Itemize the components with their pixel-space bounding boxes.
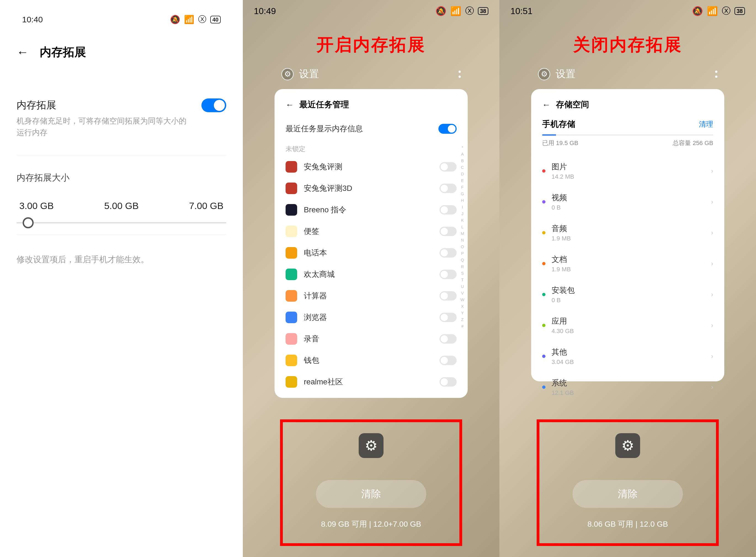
- wifi-icon: 📶: [450, 6, 461, 16]
- app-lock-toggle[interactable]: [440, 291, 457, 300]
- category-name: 音频: [552, 223, 705, 234]
- storage-category-row[interactable]: 图片 14.2 MB ›: [542, 155, 713, 186]
- annotation-title: 关闭内存拓展: [499, 22, 756, 62]
- storage-category-row[interactable]: 音频 1.9 MB ›: [542, 217, 713, 248]
- wifi-icon: 📶: [184, 14, 194, 24]
- app-row[interactable]: Breeno 指令: [286, 199, 457, 221]
- show-memory-toggle[interactable]: [439, 124, 457, 134]
- storage-category-row[interactable]: 其他 3.04 GB ›: [542, 341, 713, 372]
- clear-button[interactable]: 清除: [316, 480, 426, 508]
- alphabet-index[interactable]: *ABCDEFGHIJKLMNOPQRSTUVWXYZ#: [460, 144, 464, 329]
- category-dot-icon: [542, 169, 545, 173]
- dnd-icon: 🔕: [692, 6, 703, 16]
- category-size: 0 B: [552, 297, 705, 304]
- show-memory-toggle-row[interactable]: 最近任务显示内存信息: [286, 119, 457, 139]
- page-title: 内存拓展: [40, 45, 86, 60]
- battery-icon: 38: [478, 7, 488, 15]
- settings-label: 设置: [299, 67, 319, 81]
- category-size: 3.04 GB: [552, 358, 705, 365]
- chevron-right-icon: ›: [711, 198, 713, 206]
- card-header: ← 最近任务管理: [286, 99, 457, 110]
- app-name: 电话本: [304, 247, 433, 258]
- toggle-label: 内存拓展: [17, 98, 188, 112]
- gear-icon[interactable]: ⚙: [538, 68, 550, 80]
- chevron-right-icon: ›: [711, 383, 713, 391]
- size-option-7gb[interactable]: 7.00 GB: [189, 201, 223, 211]
- status-icons: 🔕 📶 ⓧ 38: [436, 5, 488, 17]
- nfc-icon: ⓧ: [722, 5, 731, 17]
- gear-icon[interactable]: ⚙: [359, 433, 384, 458]
- storage-total: 总容量 256 GB: [673, 139, 713, 147]
- app-lock-toggle[interactable]: [440, 248, 457, 258]
- back-arrow-icon[interactable]: ←: [286, 100, 294, 110]
- storage-usage-bar: [542, 134, 713, 136]
- app-name: 安兔兔评测3D: [304, 183, 433, 194]
- app-row[interactable]: 安兔兔评测: [286, 156, 457, 178]
- category-dot-icon: [542, 293, 545, 296]
- recent-tasks-card[interactable]: ← 最近任务管理 最近任务显示内存信息 未锁定 安兔兔评测 安兔兔评测3D Br…: [275, 89, 468, 398]
- app-name: 安兔兔评测: [304, 162, 433, 172]
- app-row[interactable]: 便签: [286, 221, 457, 242]
- category-name: 应用: [552, 316, 705, 326]
- app-row[interactable]: 计算器: [286, 285, 457, 306]
- app-lock-toggle[interactable]: [440, 377, 457, 387]
- storage-category-row[interactable]: 文档 1.9 MB ›: [542, 248, 713, 279]
- cleanup-link[interactable]: 清理: [699, 119, 713, 129]
- memory-extension-toggle[interactable]: [201, 98, 226, 112]
- app-row[interactable]: 钱包: [286, 350, 457, 371]
- app-name: 欢太商城: [304, 269, 433, 280]
- app-lock-toggle[interactable]: [440, 334, 457, 344]
- category-dot-icon: [542, 324, 545, 327]
- category-dot-icon: [542, 385, 545, 389]
- storage-category-row[interactable]: 应用 4.30 GB ›: [542, 310, 713, 341]
- app-lock-toggle[interactable]: [440, 205, 457, 214]
- app-lock-toggle[interactable]: [440, 313, 457, 322]
- storage-card[interactable]: ← 存储空间 手机存储 清理 已用 19.5 GB 总容量 256 GB 图片 …: [531, 89, 724, 381]
- category-name: 安装包: [552, 285, 705, 296]
- slider-thumb[interactable]: [23, 217, 34, 228]
- status-bar: 10:40 🔕 📶 ⓧ 40: [17, 11, 226, 33]
- status-bar: 10:49 🔕 📶 ⓧ 38: [243, 0, 499, 22]
- app-lock-toggle[interactable]: [440, 162, 457, 172]
- category-size: 1.9 MB: [552, 235, 705, 242]
- gear-icon[interactable]: ⚙: [281, 68, 293, 80]
- more-menu[interactable]: [715, 70, 717, 78]
- chevron-right-icon: ›: [711, 167, 713, 175]
- category-dot-icon: [542, 200, 545, 204]
- size-option-3gb[interactable]: 3.00 GB: [19, 201, 54, 211]
- app-icon: [286, 269, 297, 280]
- memory-extension-toggle-row[interactable]: 内存拓展 机身存储充足时，可将存储空间拓展为同等大小的运行内存: [17, 93, 226, 155]
- gear-icon[interactable]: ⚙: [615, 433, 640, 458]
- dnd-icon: 🔕: [170, 14, 180, 24]
- battery-icon: 40: [210, 16, 221, 24]
- app-row[interactable]: 浏览器: [286, 306, 457, 328]
- category-name: 其他: [552, 347, 705, 357]
- nfc-icon: ⓧ: [198, 14, 206, 25]
- app-icon: [286, 161, 297, 173]
- size-option-5gb[interactable]: 5.00 GB: [104, 201, 139, 211]
- more-menu[interactable]: [458, 70, 461, 78]
- app-row[interactable]: realme社区: [286, 371, 457, 393]
- app-row[interactable]: 录音: [286, 328, 457, 350]
- back-arrow-icon[interactable]: ←: [542, 100, 551, 110]
- back-button[interactable]: ←: [17, 45, 29, 59]
- category-dot-icon: [542, 231, 545, 234]
- unlocked-section-label: 未锁定: [286, 145, 457, 153]
- storage-category-row[interactable]: 系统 12.1 GB ›: [542, 372, 713, 403]
- memory-status-text: 8.09 GB 可用 | 12.0+7.00 GB: [291, 519, 451, 529]
- storage-category-row[interactable]: 安装包 0 B ›: [542, 279, 713, 310]
- app-row[interactable]: 电话本: [286, 242, 457, 264]
- chevron-right-icon: ›: [711, 322, 713, 329]
- size-options: 3.00 GB 5.00 GB 7.00 GB: [17, 201, 226, 211]
- size-slider[interactable]: [17, 222, 226, 223]
- app-lock-toggle[interactable]: [440, 184, 457, 193]
- app-row[interactable]: 欢太商城: [286, 264, 457, 285]
- app-lock-toggle[interactable]: [440, 227, 457, 236]
- app-lock-toggle[interactable]: [440, 356, 457, 365]
- clear-button[interactable]: 清除: [572, 480, 683, 508]
- storage-category-row[interactable]: 视频 0 B ›: [542, 186, 713, 217]
- status-time: 10:40: [22, 15, 43, 24]
- app-icon: [286, 204, 297, 216]
- app-row[interactable]: 安兔兔评测3D: [286, 178, 457, 199]
- app-lock-toggle[interactable]: [440, 270, 457, 279]
